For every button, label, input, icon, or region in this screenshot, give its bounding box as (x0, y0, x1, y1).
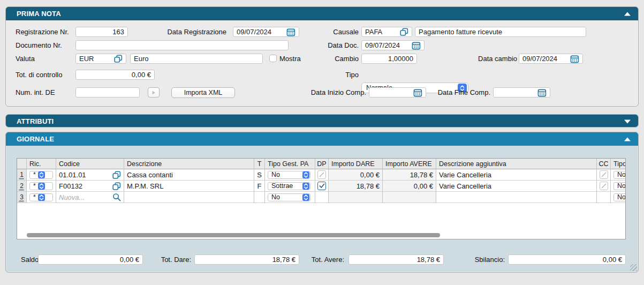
importa-xml-button[interactable]: Importa XML (171, 87, 235, 98)
registrazione-nr-field[interactable]: 163 (75, 27, 128, 37)
tipo-gest-pa-select[interactable]: No (268, 171, 310, 179)
registrazione-nr-label: Registrazione Nr. (16, 27, 69, 37)
tipo-gest-pa-select[interactable]: No (268, 193, 310, 201)
data-registrazione-field[interactable]: 09/07/2024 (233, 27, 299, 37)
stepper-icon (302, 171, 309, 178)
link-icon[interactable] (400, 28, 408, 36)
causale-label: Causale (310, 27, 359, 37)
descrizione-aggiuntiva-cell[interactable]: Varie Cancelleria (436, 169, 597, 181)
attributi-title: ATTRIBUTI (17, 117, 54, 125)
ric-select[interactable]: * (29, 171, 53, 179)
col-dp[interactable]: DP (315, 159, 329, 169)
tipo-select[interactable]: No (613, 182, 626, 190)
collapse-arrow-icon[interactable] (624, 12, 631, 16)
calendar-icon[interactable] (570, 55, 579, 63)
search-icon[interactable] (112, 193, 121, 201)
link-icon[interactable] (112, 182, 121, 190)
link-icon[interactable] (114, 55, 123, 63)
horizontal-scrollbar[interactable] (27, 233, 440, 237)
descrizione-cell[interactable]: Cassa contanti (124, 169, 254, 181)
col-tipo-gest-pa[interactable]: Tipo Gest. PA (265, 159, 315, 169)
attributi-panel: ATTRIBUTI (5, 114, 639, 128)
prima-nota-panel: PRIMA NOTA Registrazione Nr. 163 Data Re… (5, 6, 639, 107)
col-descrizione-aggiuntiva[interactable]: Descrizione aggiuntiva (436, 159, 597, 169)
table-row[interactable]: 2 * F00132 M.P.M. SRL F Sottrae 18,78 € … (17, 181, 626, 192)
tipo-select[interactable]: No (613, 193, 626, 201)
causale-code-field[interactable]: PAFA (361, 27, 412, 37)
data-doc-label: Data Doc. (310, 40, 359, 50)
col-importo-avere[interactable]: Importo AVERE (383, 159, 436, 169)
importo-dare-cell[interactable]: 18,78 € (329, 181, 383, 192)
descrizione-aggiuntiva-cell[interactable] (436, 192, 597, 203)
data-registrazione-label: Data Registrazione (160, 27, 226, 37)
col-tipo[interactable]: Tipo (611, 159, 626, 169)
table-header-row: Ric. Codice Descrizione T Tipo Gest. PA … (17, 159, 626, 169)
tipo-label: Tipo (310, 70, 359, 80)
col-importo-dare[interactable]: Importo DARE (329, 159, 383, 169)
tot-avere-label: Tot. Avere: (301, 254, 344, 265)
col-ric[interactable]: Ric. (27, 159, 56, 169)
tot-di-controllo-field[interactable]: 0,00 € (75, 70, 155, 80)
giornale-table: Ric. Codice Descrizione T Tipo Gest. PA … (17, 158, 626, 239)
valuta-code-field[interactable]: EUR (75, 54, 126, 64)
data-inizio-comp-field[interactable] (369, 87, 426, 98)
play-button[interactable] (148, 87, 160, 98)
table-row-new[interactable]: 3 * Nuova... No No (17, 192, 626, 203)
valuta-label: Valuta (16, 54, 35, 64)
data-doc-field[interactable]: 09/07/2024 (361, 40, 425, 50)
num-int-de-label: Num. int. DE (16, 87, 55, 98)
calendar-icon[interactable] (537, 88, 547, 97)
sbilancio-field: 0,00 € (508, 254, 626, 265)
ric-select[interactable]: * (29, 182, 53, 190)
descrizione-aggiuntiva-cell[interactable]: Varie Cancelleria (436, 181, 597, 192)
descrizione-cell[interactable]: M.P.M. SRL (124, 181, 254, 192)
t-cell: F (254, 181, 265, 192)
importo-avere-cell[interactable] (383, 192, 436, 203)
giornale-header[interactable]: GIORNALE (6, 132, 638, 146)
tot-dare-field: 18,78 € (194, 254, 299, 265)
importo-avere-cell[interactable]: 18,78 € (383, 169, 436, 181)
saldo-field: 0,00 € (38, 254, 143, 265)
descrizione-cell[interactable] (124, 192, 254, 203)
calendar-icon[interactable] (413, 88, 422, 97)
table-row[interactable]: 1 * 01.01.01 Cassa contanti S No 0,00 € … (17, 169, 626, 181)
importo-dare-cell[interactable]: 0,00 € (329, 169, 383, 181)
cambio-label: Cambio (310, 54, 359, 64)
col-descrizione[interactable]: Descrizione (124, 159, 254, 169)
sbilancio-label: Sbilancio: (469, 254, 505, 265)
resize-grip[interactable] (630, 264, 637, 271)
tipo-gest-pa-select[interactable]: Sottrae (268, 182, 310, 190)
num-int-de-field[interactable] (75, 87, 140, 98)
t-cell: S (254, 169, 265, 181)
dp-checkbox[interactable] (317, 182, 326, 190)
dp-checkbox (317, 170, 326, 179)
prima-nota-header[interactable]: PRIMA NOTA (6, 7, 638, 20)
data-inizio-comp-label: Data Inizio Comp. (305, 87, 366, 98)
data-cambio-field[interactable]: 09/07/2024 (519, 54, 583, 64)
codice-cell[interactable]: 01.01.01 (56, 169, 124, 181)
documento-nr-label: Documento Nr. (16, 40, 62, 50)
tot-di-controllo-label: Tot. di controllo (16, 70, 62, 80)
calendar-icon[interactable] (412, 41, 421, 50)
documento-nr-field[interactable] (75, 40, 289, 50)
cambio-field[interactable]: 1,00000 (361, 54, 417, 64)
importo-avere-cell[interactable]: 0,00 € (383, 181, 436, 192)
codice-search-cell[interactable]: Nuova... (56, 192, 124, 203)
codice-cell[interactable]: F00132 (56, 181, 124, 192)
importo-dare-cell[interactable] (329, 192, 383, 203)
mostra-checkbox[interactable] (269, 55, 277, 62)
calendar-icon[interactable] (286, 28, 296, 36)
col-t[interactable]: T (254, 159, 265, 169)
attributi-header[interactable]: ATTRIBUTI (6, 115, 638, 128)
expand-arrow-icon[interactable] (624, 119, 631, 123)
causale-description-field[interactable]: Pagamento fatture ricevute (415, 27, 586, 37)
col-codice[interactable]: Codice (56, 159, 124, 169)
valuta-description-field[interactable]: Euro (130, 54, 263, 64)
tipo-select[interactable]: No (613, 171, 626, 179)
collapse-arrow-icon[interactable] (624, 137, 631, 141)
stepper-icon (38, 183, 45, 190)
col-cc[interactable]: CC (597, 159, 611, 169)
data-fine-comp-field[interactable] (493, 87, 550, 98)
link-icon[interactable] (112, 171, 121, 179)
ric-select[interactable]: * (29, 193, 53, 201)
